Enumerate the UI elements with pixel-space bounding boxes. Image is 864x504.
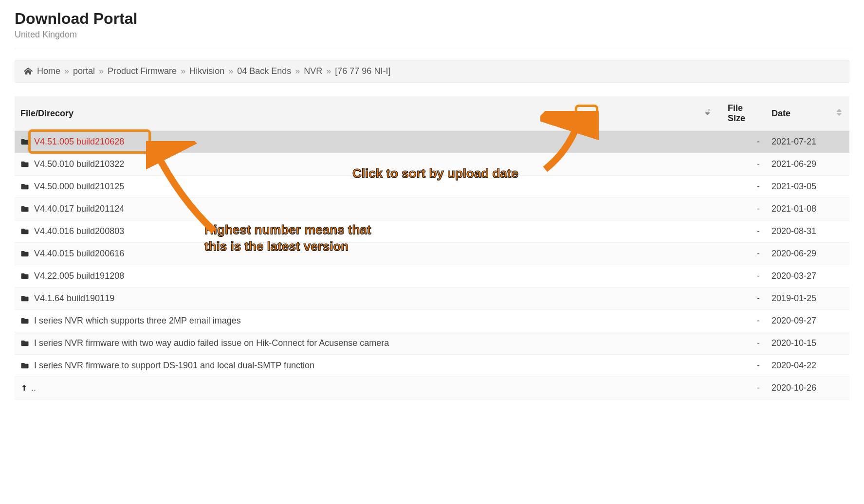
table-row: V4.51.005 build210628-2021-07-21	[15, 131, 849, 153]
level-up-icon	[20, 384, 27, 391]
file-date: 2020-10-26	[766, 377, 829, 399]
folder-link[interactable]: V4.40.017 build201124	[20, 204, 124, 214]
folder-icon	[20, 205, 29, 213]
folder-link[interactable]: I series NVR which supports three 2MP em…	[20, 316, 241, 325]
breadcrumb-item[interactable]: NVR	[304, 66, 322, 76]
folder-link[interactable]: V4.1.64 build190119	[20, 293, 114, 303]
sort-desc-icon	[703, 108, 712, 117]
file-cell: V4.40.016 build200803	[15, 220, 698, 243]
file-date: 2020-09-27	[766, 310, 829, 332]
column-header-sort[interactable]	[698, 96, 722, 131]
folder-link[interactable]: V4.50.000 build210125	[20, 181, 124, 191]
page-subtitle: United Kingdom	[15, 30, 849, 40]
column-header-size[interactable]: File Size	[722, 96, 766, 131]
folder-link[interactable]: V4.40.016 build200803	[20, 226, 124, 236]
file-name: V4.40.016 build200803	[34, 226, 124, 236]
sort-cell-spacer	[698, 176, 722, 198]
sort-cell-spacer	[829, 153, 849, 176]
table-body: V4.51.005 build210628-2021-07-21V4.50.01…	[15, 131, 849, 399]
sort-cell-spacer	[698, 310, 722, 332]
folder-icon	[20, 183, 29, 190]
sort-cell-spacer	[829, 131, 849, 153]
file-cell: V4.1.64 build190119	[15, 288, 698, 310]
breadcrumb-item[interactable]: Product Firmware	[108, 66, 177, 76]
folder-link[interactable]: I series NVR firmware to support DS-1901…	[20, 360, 314, 370]
table-row: I series NVR firmware to support DS-1901…	[15, 355, 849, 377]
table-row: I series NVR which supports three 2MP em…	[15, 310, 849, 332]
file-name: V4.51.005 build210628	[34, 137, 124, 146]
folder-icon	[20, 228, 29, 235]
file-name: V4.40.015 build200616	[34, 249, 124, 258]
folder-icon	[20, 272, 29, 280]
sort-cell-spacer	[829, 198, 849, 220]
file-date: 2021-01-08	[766, 198, 829, 220]
file-date: 2020-04-22	[766, 355, 829, 377]
file-date: 2021-06-29	[766, 153, 829, 176]
breadcrumb-item[interactable]: Hikvision	[189, 66, 224, 76]
breadcrumb-home[interactable]: Home	[24, 66, 60, 76]
file-size: -	[722, 220, 766, 243]
sort-cell-spacer	[698, 198, 722, 220]
folder-icon	[20, 362, 29, 369]
file-cell: V4.40.017 build201124	[15, 198, 698, 220]
file-date: 2020-03-27	[766, 265, 829, 288]
file-name: I series NVR firmware with two way audio…	[34, 338, 389, 348]
table-row: V4.1.64 build190119-2019-01-25	[15, 288, 849, 310]
sort-cell-spacer	[829, 332, 849, 355]
file-date: 2021-07-21	[766, 131, 829, 153]
file-date: 2020-06-29	[766, 243, 829, 265]
folder-link[interactable]: V4.22.005 build191208	[20, 271, 124, 281]
file-name: V4.50.010 build210322	[34, 159, 124, 169]
column-header-file[interactable]: File/Direcory	[15, 96, 698, 131]
sort-cell-spacer	[829, 355, 849, 377]
table-row: V4.22.005 build191208-2020-03-27	[15, 265, 849, 288]
breadcrumb: Home » portal » Product Firmware » Hikvi…	[15, 60, 849, 83]
parent-dir-link[interactable]: ..	[20, 383, 36, 393]
breadcrumb-sep: »	[63, 66, 70, 76]
folder-icon	[20, 295, 29, 302]
file-name: V4.40.017 build201124	[34, 204, 124, 214]
breadcrumb-item[interactable]: [76 77 96 NI-I]	[335, 66, 390, 76]
file-cell: I series NVR which supports three 2MP em…	[15, 310, 698, 332]
breadcrumb-item[interactable]: 04 Back Ends	[237, 66, 291, 76]
sort-cell-spacer	[698, 355, 722, 377]
file-cell: V4.40.015 build200616	[15, 243, 698, 265]
breadcrumb-sep: »	[180, 66, 186, 76]
sort-cell-spacer	[829, 310, 849, 332]
sort-cell-spacer	[698, 243, 722, 265]
sort-cell-spacer	[829, 220, 849, 243]
file-date: 2020-08-31	[766, 220, 829, 243]
file-name: I series NVR which supports three 2MP em…	[34, 316, 241, 325]
folder-icon	[20, 250, 29, 257]
file-cell: V4.50.010 build210322	[15, 153, 698, 176]
folder-icon	[20, 161, 29, 168]
file-size: -	[722, 355, 766, 377]
folder-link[interactable]: I series NVR firmware with two way audio…	[20, 338, 389, 348]
sort-cell-spacer	[829, 265, 849, 288]
folder-icon	[20, 340, 29, 347]
column-header-date[interactable]: Date	[766, 96, 829, 131]
folder-icon	[20, 138, 29, 145]
table-row: V4.40.015 build200616-2020-06-29	[15, 243, 849, 265]
breadcrumb-item[interactable]: portal	[73, 66, 95, 76]
sort-cell-spacer	[698, 377, 722, 399]
file-name: V4.50.000 build210125	[34, 181, 124, 191]
file-date: 2020-10-15	[766, 332, 829, 355]
table-row: I series NVR firmware with two way audio…	[15, 332, 849, 355]
folder-link[interactable]: V4.50.010 build210322	[20, 159, 124, 169]
sort-cell-spacer	[829, 243, 849, 265]
folder-link[interactable]: V4.51.005 build210628	[20, 137, 124, 146]
file-size: -	[722, 332, 766, 355]
sort-cell-spacer	[698, 288, 722, 310]
column-header-sort-date[interactable]	[829, 96, 849, 131]
file-name: I series NVR firmware to support DS-1901…	[34, 360, 314, 370]
folder-link[interactable]: V4.40.015 build200616	[20, 249, 124, 258]
file-size: -	[722, 153, 766, 176]
breadcrumb-sep: »	[227, 66, 234, 76]
home-icon	[24, 67, 33, 75]
sort-cell-spacer	[829, 288, 849, 310]
sort-cell-spacer	[829, 377, 849, 399]
page-title: Download Portal	[15, 10, 849, 28]
file-cell: V4.22.005 build191208	[15, 265, 698, 288]
folder-icon	[20, 317, 29, 324]
